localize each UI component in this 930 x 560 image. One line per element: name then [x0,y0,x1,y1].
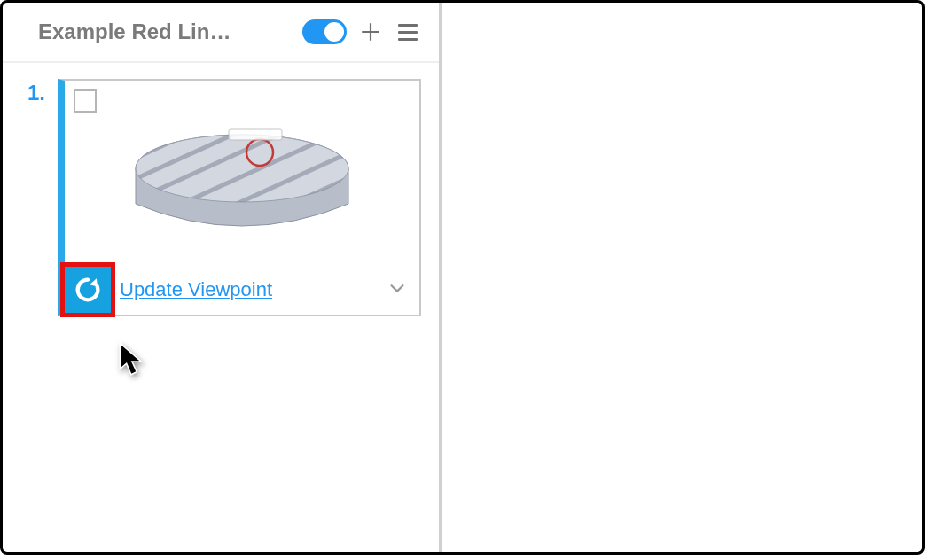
update-viewpoint-link[interactable]: Update Viewpoint [120,278,272,301]
panel-toggle[interactable] [302,19,347,44]
cursor-icon [118,341,148,378]
svg-rect-10 [229,129,282,140]
add-button[interactable] [357,19,384,45]
toggle-knob [324,22,344,42]
menu-button[interactable] [395,19,421,45]
main-viewport [442,3,922,552]
thumbnail-checkbox[interactable] [74,89,97,113]
app-window: Example Red Lin… 1. [0,0,925,555]
card-actions: Update Viewpoint [65,265,419,315]
refresh-icon [73,275,103,305]
chevron-down-icon [387,278,407,298]
hamburger-icon [398,24,418,27]
viewpoint-thumbnail[interactable] [65,81,419,265]
item-number: 1. [27,79,49,105]
plus-icon [359,20,382,43]
expand-button[interactable] [387,278,407,301]
panel-header: Example Red Lin… [3,3,439,63]
list-item: 1. [27,79,421,316]
redline-panel: Example Red Lin… 1. [3,3,442,552]
panel-body: 1. [3,63,439,552]
viewpoint-card[interactable]: Update Viewpoint [58,79,421,316]
panel-title: Example Red Lin… [38,19,292,44]
part-3d-preview [118,106,366,257]
update-viewpoint-button[interactable] [65,267,111,313]
